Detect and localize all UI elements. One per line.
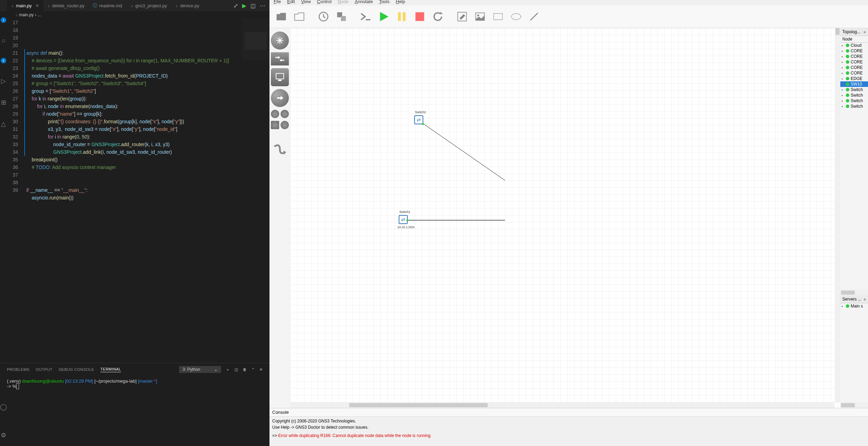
new-terminal-icon[interactable]: ＋ xyxy=(226,367,230,372)
all-devices-2[interactable] xyxy=(281,110,289,118)
code-area[interactable]: async def main(): # devices = [Device.fr… xyxy=(24,19,269,363)
topology-canvas[interactable]: Switch2 ⇄ Switch1 ⇄ 10.15.1.0/24 xyxy=(290,28,840,408)
trash-icon[interactable]: 🗑 xyxy=(243,367,247,372)
topology-node-Switch[interactable]: ▸Switch xyxy=(840,104,868,109)
editor[interactable]: 1718192021222324252627282930313233343536… xyxy=(0,19,269,363)
menu-tools[interactable]: Tools xyxy=(379,0,389,4)
switches-button[interactable] xyxy=(271,52,289,65)
servers-tree[interactable]: ▸Main s xyxy=(840,303,868,402)
svg-rect-10 xyxy=(494,14,502,20)
servers-scroll[interactable] xyxy=(840,402,868,408)
close-panel-icon[interactable]: ✕ xyxy=(259,367,263,372)
topology-scroll[interactable] xyxy=(840,290,868,295)
gns3-toolbar xyxy=(269,6,868,28)
breadcrumb[interactable]: ⬨ main.py › ... xyxy=(0,11,269,19)
console-body[interactable]: Copyright (c) 2006-2020 GNS3 Technologie… xyxy=(269,417,868,446)
topology-node-CORE[interactable]: ▸CORE xyxy=(840,70,868,76)
end-devices-button[interactable] xyxy=(271,68,289,86)
topology-node-Cloud[interactable]: ▸Cloud xyxy=(840,43,868,48)
menu-file[interactable]: File xyxy=(274,0,281,4)
all-devices-4[interactable] xyxy=(281,121,289,129)
account-icon[interactable]: ◯ xyxy=(0,403,7,411)
pause-all-button[interactable] xyxy=(394,9,409,24)
editor-tab-main.py[interactable]: ⬨main.py✕ xyxy=(7,0,43,11)
editor-tab-readme.md[interactable]: ⓘreadme.md xyxy=(89,0,126,11)
panel-tab-terminal[interactable]: TERMINAL xyxy=(100,367,121,372)
svg-rect-14 xyxy=(278,80,282,81)
server-Main s[interactable]: ▸Main s xyxy=(840,303,868,309)
panel-tab-debug console[interactable]: DEBUG CONSOLE xyxy=(59,367,94,372)
more-icon[interactable]: ⋯ xyxy=(260,2,265,9)
topology-node-Switch[interactable]: ▸Switch xyxy=(840,87,868,92)
console-header: Console xyxy=(269,408,868,417)
compare-icon[interactable]: ⤢ xyxy=(233,2,238,9)
all-devices-3[interactable] xyxy=(271,121,279,129)
annotate-button[interactable] xyxy=(454,9,470,24)
topology-node-EDGE[interactable]: ▸EDGE xyxy=(840,76,868,81)
insert-image-button[interactable] xyxy=(472,9,488,24)
all-devices-1[interactable] xyxy=(271,110,279,118)
settings-icon[interactable]: ⚙ xyxy=(1,431,6,439)
panel-tab-output[interactable]: OUTPUT xyxy=(36,367,52,372)
rectangle-button[interactable] xyxy=(490,9,506,24)
node-switch1[interactable]: Switch1 ⇄ 10.15.1.0/24 xyxy=(399,215,408,224)
reload-button[interactable] xyxy=(430,9,445,24)
chevron-up-icon[interactable]: ⌃ xyxy=(251,367,255,372)
minimap[interactable] xyxy=(242,19,269,60)
gns3-console: Console Copyright (c) 2006-2020 GNS3 Tec… xyxy=(269,408,868,446)
terminal[interactable]: (.venv) doanhluong@ubuntu [02:13:29 PM] … xyxy=(0,376,269,392)
gns3-pane: FileEditViewControlNodeAnnotateToolsHelp xyxy=(269,0,868,446)
canvas-scrollbar-horizontal[interactable] xyxy=(290,402,835,408)
new-project-button[interactable] xyxy=(292,9,307,24)
topology-node-CORE[interactable]: ▸CORE xyxy=(840,65,868,70)
menu-edit[interactable]: Edit xyxy=(287,0,295,4)
menu-view[interactable]: View xyxy=(301,0,311,4)
stop-all-button[interactable] xyxy=(412,9,427,24)
panel-tab-problems[interactable]: PROBLEMS xyxy=(7,367,29,372)
terminal-selector[interactable]: 3: Python⌄ xyxy=(179,366,221,373)
svg-rect-2 xyxy=(341,16,346,21)
topology-node-CORE[interactable]: ▸CORE xyxy=(840,48,868,54)
bottom-panel: PROBLEMSOUTPUTDEBUG CONSOLETERMINAL 3: P… xyxy=(0,363,269,446)
canvas-scrollbar-vertical[interactable] xyxy=(835,28,840,402)
menu-control[interactable]: Control xyxy=(317,0,331,4)
link-button[interactable] xyxy=(272,142,287,158)
open-project-button[interactable] xyxy=(274,9,289,24)
servers-panel-header[interactable]: Servers ...⟐ xyxy=(840,295,868,303)
dock-icon[interactable]: ⟐ xyxy=(863,297,866,302)
device-toolbar xyxy=(269,28,290,408)
topology-node-SW10[interactable]: ▸SW10 xyxy=(840,81,868,87)
editor-tab-device.py[interactable]: ⬨device.py xyxy=(171,0,203,11)
svg-line-12 xyxy=(530,13,538,20)
topology-node-Switch[interactable]: ▸Switch xyxy=(840,98,868,104)
screenshot-button[interactable] xyxy=(334,9,349,24)
start-all-button[interactable] xyxy=(376,9,391,24)
console-button[interactable] xyxy=(358,9,373,24)
menu-annotate[interactable]: Annotate xyxy=(355,0,373,4)
console-line: Use Help -> GNS3 Doctor to detect common… xyxy=(272,424,865,430)
dock-icon[interactable]: ⟐ xyxy=(863,29,866,34)
split-terminal-icon[interactable]: ◫ xyxy=(234,367,238,372)
panel-tabs: PROBLEMSOUTPUTDEBUG CONSOLETERMINAL 3: P… xyxy=(0,363,269,376)
console-line: Copyright (c) 2006-2020 GNS3 Technologie… xyxy=(272,418,865,424)
menu-help[interactable]: Help xyxy=(396,0,405,4)
editor-tab-gns3_project.py[interactable]: ⬨gns3_project.py xyxy=(126,0,171,11)
routers-button[interactable] xyxy=(271,32,289,50)
menu-node[interactable]: Node xyxy=(338,0,348,4)
topology-node-Switch[interactable]: ▸Switch xyxy=(840,92,868,98)
line-button[interactable] xyxy=(526,9,542,24)
console-error: Error while duplicating R168: Cannot dup… xyxy=(278,433,431,438)
run-icon[interactable]: ▶ xyxy=(242,2,246,9)
node-switch2[interactable]: Switch2 ⇄ xyxy=(414,115,423,124)
line-gutter: 1718192021222324252627282930313233343536… xyxy=(0,19,24,363)
topology-tree[interactable]: ▸Cloud▸CORE▸CORE▸CORE▸CORE▸CORE▸EDGE▸SW1… xyxy=(840,43,868,290)
security-button[interactable] xyxy=(271,89,289,107)
ellipse-button[interactable] xyxy=(508,9,524,24)
snapshot-button[interactable] xyxy=(316,9,331,24)
topology-node-CORE[interactable]: ▸CORE xyxy=(840,59,868,65)
editor-tab-delete_router.py[interactable]: ⬨delete_router.py xyxy=(43,0,89,11)
topology-panel-header[interactable]: Topolog...⟐ xyxy=(840,28,868,36)
topology-node-CORE[interactable]: ▸CORE xyxy=(840,54,868,59)
split-icon[interactable]: ◫ xyxy=(250,2,256,9)
editor-tab-bar: ⬨main.py✕⬨delete_router.pyⓘreadme.md⬨gns… xyxy=(0,0,269,11)
